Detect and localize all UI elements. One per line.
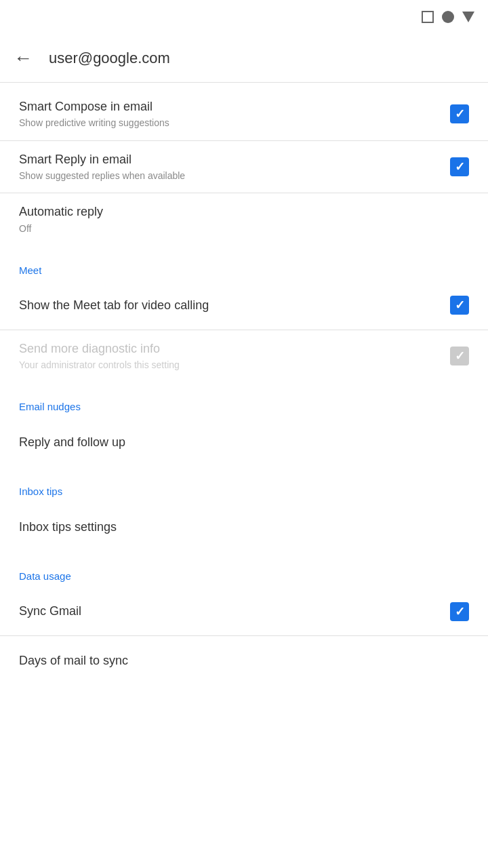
setting-diagnostic-info: Send more diagnostic info Your administr… — [0, 330, 488, 382]
setting-text-smart-reply: Smart Reply in email Show suggested repl… — [19, 152, 436, 182]
section-inbox-tips: Inbox tips Inbox tips settings — [0, 472, 488, 551]
checkbox-diagnostic: ✓ — [450, 347, 469, 366]
setting-text-smart-compose: Smart Compose in email Show predictive w… — [19, 99, 436, 130]
setting-subtitle-diagnostic: Your administrator controls this setting — [19, 359, 436, 371]
setting-days-of-mail[interactable]: Days of mail to sync — [0, 636, 488, 685]
check-icon-sync-gmail: ✓ — [455, 606, 465, 618]
section-meet: Meet Show the Meet tab for video calling… — [0, 251, 488, 382]
checkbox-sync-gmail[interactable]: ✓ — [450, 602, 469, 621]
setting-smart-reply[interactable]: Smart Reply in email Show suggested repl… — [0, 141, 488, 194]
header: ← user@google.com — [0, 34, 488, 83]
setting-text-automatic-reply: Automatic reply Off — [19, 204, 455, 235]
setting-subtitle-smart-reply: Show suggested replies when available — [19, 170, 436, 182]
section-label-data-usage: Data usage — [0, 557, 488, 587]
section-label-email-nudges: Email nudges — [0, 387, 488, 418]
setting-text-days-of-mail: Days of mail to sync — [19, 653, 455, 669]
setting-title-smart-compose: Smart Compose in email — [19, 99, 436, 115]
setting-meet-tab[interactable]: Show the Meet tab for video calling ✓ — [0, 281, 488, 330]
status-square-icon — [422, 11, 434, 23]
check-icon-diagnostic: ✓ — [455, 350, 465, 362]
setting-text-inbox-tips: Inbox tips settings — [19, 519, 455, 535]
status-circle-icon — [442, 11, 454, 23]
check-icon-smart-reply: ✓ — [455, 161, 465, 173]
setting-text-reply-follow-up: Reply and follow up — [19, 435, 455, 450]
setting-title-inbox-tips: Inbox tips settings — [19, 519, 455, 535]
setting-title-reply-follow-up: Reply and follow up — [19, 435, 455, 450]
setting-title-sync-gmail: Sync Gmail — [19, 604, 436, 619]
section-smart-features: Smart Compose in email Show predictive w… — [0, 88, 488, 245]
back-button[interactable]: ← — [14, 49, 33, 68]
phone-frame: ← user@google.com Smart Compose in email… — [0, 0, 488, 868]
setting-title-automatic-reply: Automatic reply — [19, 204, 455, 220]
setting-text-sync-gmail: Sync Gmail — [19, 604, 436, 619]
check-icon-smart-compose: ✓ — [455, 108, 465, 120]
setting-subtitle-smart-compose: Show predictive writing suggestions — [19, 117, 436, 129]
section-email-nudges: Email nudges Reply and follow up — [0, 387, 488, 467]
section-label-inbox-tips: Inbox tips — [0, 472, 488, 502]
setting-text-diagnostic: Send more diagnostic info Your administr… — [19, 341, 436, 372]
setting-automatic-reply[interactable]: Automatic reply Off — [0, 193, 488, 245]
checkbox-meet-tab[interactable]: ✓ — [450, 296, 469, 315]
section-data-usage: Data usage Sync Gmail ✓ Days of mail to … — [0, 557, 488, 685]
section-label-meet: Meet — [0, 251, 488, 281]
setting-reply-follow-up[interactable]: Reply and follow up — [0, 418, 488, 467]
check-icon-meet-tab: ✓ — [455, 299, 465, 311]
setting-sync-gmail[interactable]: Sync Gmail ✓ — [0, 587, 488, 636]
status-triangle-icon — [462, 12, 474, 22]
setting-smart-compose[interactable]: Smart Compose in email Show predictive w… — [0, 88, 488, 141]
setting-subtitle-automatic-reply: Off — [19, 222, 455, 235]
page-title: user@google.com — [49, 50, 170, 67]
status-bar — [0, 0, 488, 34]
setting-text-meet-tab: Show the Meet tab for video calling — [19, 298, 436, 313]
settings-content: Smart Compose in email Show predictive w… — [0, 83, 488, 868]
setting-title-meet-tab: Show the Meet tab for video calling — [19, 298, 436, 313]
setting-title-days-of-mail: Days of mail to sync — [19, 653, 455, 669]
checkbox-smart-reply[interactable]: ✓ — [450, 157, 469, 176]
setting-inbox-tips-settings[interactable]: Inbox tips settings — [0, 502, 488, 551]
checkbox-smart-compose[interactable]: ✓ — [450, 104, 469, 123]
setting-title-diagnostic: Send more diagnostic info — [19, 341, 436, 357]
setting-title-smart-reply: Smart Reply in email — [19, 152, 436, 167]
